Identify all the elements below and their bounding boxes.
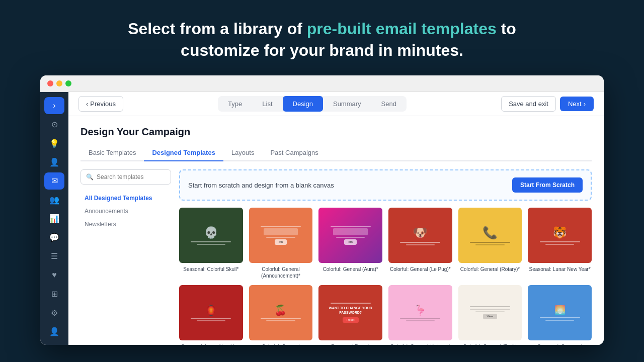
- templates-grid-row1: 💀 Seasonal: Colorful Skull*: [179, 208, 592, 279]
- templates-grid-row2: 🏮 Seasonal: Lunar New Year (Lantern)*: [179, 285, 592, 345]
- filter-sidebar: 🔍 All Designed Templates Announcements N…: [80, 169, 171, 345]
- browser-minimize-dot[interactable]: [56, 80, 62, 86]
- template-name-lantern: Seasonal: Lunar New Year (Lantern)*: [179, 343, 243, 345]
- template-name-text: Colorful: General (Text)*: [458, 343, 522, 345]
- sidebar-item-apps[interactable]: ⊞: [44, 286, 64, 302]
- template-name-rotary: Colorful: General (Rotary)*: [458, 266, 522, 273]
- top-navigation: ‹ Previous Type List Design Summary Send…: [68, 92, 604, 116]
- template-card-password[interactable]: WANT TO CHANGE YOUR PASSWORD? Reset Pass…: [318, 285, 382, 345]
- template-card-le-pug[interactable]: 🐶 Colorful: General (Le Pug)*: [388, 208, 452, 279]
- sidebar-item-favorites[interactable]: ♥: [44, 267, 64, 284]
- browser-maximize-dot[interactable]: [65, 80, 71, 86]
- template-card-lantern[interactable]: 🏮 Seasonal: Lunar New Year (Lantern)*: [179, 285, 243, 345]
- search-icon: 🔍: [86, 173, 94, 180]
- grid-icon: ⊞: [51, 289, 58, 299]
- search-input[interactable]: [97, 173, 166, 180]
- heart-icon: ♥: [52, 270, 57, 280]
- template-card-announcement[interactable]: btn Colorful: General (Announcement)*: [249, 208, 313, 279]
- chevron-left-icon: ‹: [86, 100, 88, 108]
- mail-icon: ✉: [51, 176, 58, 186]
- tab-basic-templates[interactable]: Basic Templates: [80, 145, 144, 161]
- search-icon: ⊙: [51, 120, 58, 129]
- previous-button[interactable]: ‹ Previous: [78, 96, 123, 112]
- chart-icon: 📊: [49, 214, 59, 223]
- main-content: ‹ Previous Type List Design Summary Send…: [68, 92, 604, 345]
- chat-icon: 💬: [49, 233, 59, 242]
- step-type[interactable]: Type: [218, 96, 252, 112]
- body-layout: 🔍 All Designed Templates Announcements N…: [80, 169, 592, 345]
- template-card-cherries[interactable]: 🍒 Colorful: General (Cherries)*: [249, 285, 313, 345]
- next-button[interactable]: Next ›: [560, 97, 594, 111]
- scratch-text: Start from scratch and design from a bla…: [188, 182, 334, 189]
- page-title: Design Your Campaign: [80, 126, 592, 138]
- step-list[interactable]: List: [252, 96, 282, 112]
- filter-all-templates[interactable]: All Designed Templates: [80, 192, 171, 205]
- template-card-animal[interactable]: 🦩 Colorful: General (Animal)*: [388, 285, 452, 345]
- browser-body: › ⊙ 💡 👤 ✉ 👥 📊 💬 ☰: [40, 92, 604, 345]
- template-name-skull: Seasonal: Colorful Skull*: [179, 266, 243, 273]
- tab-designed-templates[interactable]: Designed Templates: [144, 145, 223, 161]
- template-name-lunar-new-year: Seasonal: Lunar New Year*: [528, 266, 592, 273]
- sidebar-item-chat[interactable]: 💬: [44, 229, 64, 246]
- template-card-rotary[interactable]: 📞 Colorful: General (Rotary)*: [458, 208, 522, 279]
- step-design[interactable]: Design: [283, 96, 323, 112]
- template-name-cherries: Colorful: General (Cherries)*: [249, 343, 313, 345]
- sidebar-item-analytics[interactable]: 📊: [44, 210, 64, 227]
- template-card-summer[interactable]: 🌅 Seasonal: Summer*: [528, 285, 592, 345]
- gear-icon: ⚙: [51, 308, 58, 318]
- sidebar-item-collapse[interactable]: ›: [44, 97, 64, 114]
- chevron-icon: ›: [53, 101, 55, 110]
- template-name-aura: Colorful: General (Aura)*: [318, 266, 382, 273]
- browser-window: › ⊙ 💡 👤 ✉ 👥 📊 💬 ☰: [40, 75, 604, 345]
- step-tabs: Type List Design Summary Send: [218, 96, 407, 112]
- sidebar-item-groups[interactable]: 👥: [44, 192, 64, 208]
- sidebar-item-email[interactable]: ✉: [44, 172, 64, 189]
- sidebar-item-search[interactable]: ⊙: [44, 116, 64, 133]
- app-sidebar: › ⊙ 💡 👤 ✉ 👥 📊 💬 ☰: [40, 92, 68, 345]
- chevron-right-icon: ›: [584, 100, 586, 108]
- start-from-scratch-button[interactable]: Start From Scratch: [512, 177, 583, 193]
- hero-text-before: Select from a library of: [128, 20, 307, 38]
- hero-highlight: pre-built email templates: [307, 20, 497, 38]
- templates-area: Start from scratch and design from a bla…: [179, 169, 592, 345]
- user-icon: 👤: [49, 157, 59, 167]
- hero-section: Select from a library of pre-built email…: [116, 0, 528, 75]
- template-name-password: Password Reset*: [318, 343, 382, 345]
- template-card-skull[interactable]: 💀 Seasonal: Colorful Skull*: [179, 208, 243, 279]
- filter-newsletters[interactable]: Newsletters: [80, 218, 171, 231]
- save-exit-button[interactable]: Save and exit: [501, 96, 556, 112]
- template-name-le-pug: Colorful: General (Le Pug)*: [388, 266, 452, 273]
- template-card-aura[interactable]: btn Colorful: General (Aura)*: [318, 208, 382, 279]
- sidebar-item-settings[interactable]: ⚙: [44, 305, 64, 321]
- step-send[interactable]: Send: [371, 96, 407, 112]
- template-tabs: Basic Templates Designed Templates Layou…: [80, 145, 592, 161]
- sidebar-item-insights[interactable]: 💡: [44, 135, 64, 151]
- sidebar-item-lists[interactable]: ☰: [44, 248, 64, 264]
- template-name-animal: Colorful: General (Animal)*: [388, 343, 452, 345]
- content-area: Design Your Campaign Basic Templates Des…: [68, 116, 604, 345]
- template-card-text[interactable]: View Colorful: General (Text)*: [458, 285, 522, 345]
- nav-right-actions: Save and exit Next ›: [501, 96, 594, 112]
- step-summary[interactable]: Summary: [323, 96, 371, 112]
- browser-chrome: [40, 75, 604, 92]
- filter-announcements[interactable]: Announcements: [80, 205, 171, 218]
- lightbulb-icon: 💡: [49, 139, 59, 148]
- tab-layouts[interactable]: Layouts: [223, 145, 263, 161]
- filter-category-list: All Designed Templates Announcements New…: [80, 192, 171, 231]
- sidebar-item-profile[interactable]: 👤: [44, 323, 64, 340]
- browser-close-dot[interactable]: [47, 80, 53, 86]
- avatar-icon: 👤: [49, 327, 59, 336]
- sidebar-item-contacts[interactable]: 👤: [44, 154, 64, 170]
- template-name-announcement: Colorful: General (Announcement)*: [249, 266, 313, 279]
- search-box[interactable]: 🔍: [80, 169, 171, 185]
- template-card-lunar-new-year[interactable]: 🐯 Seasonal: Lunar New Year*: [528, 208, 592, 279]
- users-icon: 👥: [49, 195, 59, 205]
- scratch-banner: Start from scratch and design from a bla…: [179, 169, 592, 201]
- list-icon: ☰: [51, 251, 58, 261]
- tab-past-campaigns[interactable]: Past Campaigns: [262, 145, 326, 161]
- template-name-summer: Seasonal: Summer*: [528, 343, 592, 345]
